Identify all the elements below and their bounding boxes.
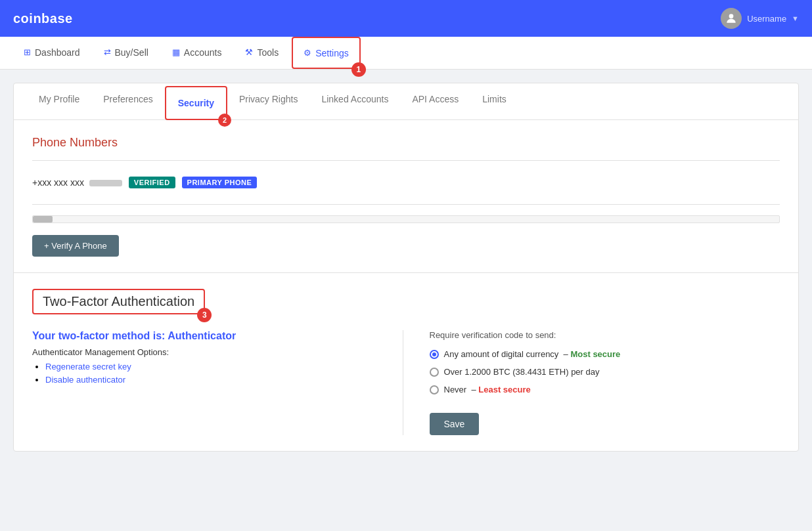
nav-buysell[interactable]: ⇄ Buy/Sell (93, 37, 159, 69)
logo: coinbase (13, 11, 73, 26)
main-content: My Profile Preferences Security 2 Privac… (0, 70, 812, 465)
radio-option-never: Never – Least secure (430, 385, 780, 394)
transfer-icon: ⇄ (104, 47, 111, 57)
radio-never-label: Never – Least secure (444, 385, 531, 394)
phone-section: Phone Numbers +xxx xxx xxx VERIFIED PRIM… (14, 120, 798, 272)
require-label: Require verification code to send: (430, 330, 780, 340)
phone-blur (89, 180, 122, 186)
tools-icon: ⚒ (245, 47, 253, 57)
twofa-right: Require verification code to send: Any a… (403, 330, 780, 435)
radio-option-over: Over 1.2000 BTC (38.4431 ETH) per day (430, 367, 780, 377)
least-secure-label: Least secure (478, 385, 531, 394)
username: Username (747, 14, 786, 24)
phone-row: +xxx xxx xxx VERIFIED PRIMARY PHONE (32, 171, 780, 194)
list-item: Disable authenticator (45, 374, 383, 385)
verified-badge: VERIFIED (129, 177, 175, 188)
radio-dot (432, 352, 436, 356)
tab-linked-accounts[interactable]: Linked Accounts (309, 83, 400, 120)
twofa-step-badge: 3 (197, 308, 212, 322)
nav-accounts[interactable]: ▦ Accounts (162, 37, 233, 69)
tab-preferences[interactable]: Preferences (91, 83, 164, 120)
primary-phone-badge: PRIMARY PHONE (182, 177, 258, 188)
radio-any-amount[interactable] (430, 350, 439, 359)
radio-over-amount[interactable] (430, 368, 439, 377)
grid-icon: ⊞ (24, 47, 31, 57)
scroll-thumb (33, 216, 53, 223)
save-button[interactable]: Save (430, 413, 480, 435)
twofa-method-title: Your two-factor method is: Authenticator (32, 330, 383, 342)
twofa-management-label: Authenticator Management Options: (32, 347, 383, 357)
divider-1 (32, 160, 780, 161)
tab-api-access[interactable]: API Access (400, 83, 470, 120)
disable-authenticator-link[interactable]: Disable authenticator (45, 375, 125, 385)
settings-step-badge: 1 (351, 62, 366, 77)
radio-never[interactable] (430, 385, 439, 394)
twofa-title-wrap: Two-Factor Authentication 3 (32, 289, 205, 314)
nav-dashboard[interactable]: ⊞ Dashboard (13, 37, 91, 69)
gear-icon: ⚙ (304, 48, 311, 58)
subnav: ⊞ Dashboard ⇄ Buy/Sell ▦ Accounts ⚒ Tool… (0, 37, 812, 70)
nav-tools[interactable]: ⚒ Tools (235, 37, 289, 69)
twofa-options-list: Regenerate secret key Disable authentica… (32, 361, 383, 385)
topbar: coinbase Username ▼ (0, 0, 812, 37)
list-item: Regenerate secret key (45, 361, 383, 372)
verify-phone-button[interactable]: + Verify A Phone (32, 235, 119, 257)
radio-any-label: Any amount of digital currency – Most se… (444, 349, 621, 359)
tab-limits[interactable]: Limits (470, 83, 518, 120)
chevron-down-icon: ▼ (792, 14, 799, 22)
phone-number: +xxx xxx xxx (32, 177, 122, 188)
svg-point-0 (729, 14, 734, 18)
tab-my-profile[interactable]: My Profile (27, 83, 91, 120)
twofa-columns: Your two-factor method is: Authenticator… (32, 330, 780, 435)
twofa-section: Two-Factor Authentication 3 Your two-fac… (14, 273, 798, 451)
wallet-icon: ▦ (172, 47, 180, 57)
phone-section-title: Phone Numbers (32, 136, 780, 150)
user-menu[interactable]: Username ▼ (721, 8, 799, 29)
security-tab-badge: 2 (218, 114, 231, 127)
scroll-area[interactable] (32, 215, 780, 223)
nav-settings[interactable]: ⚙ Settings 1 (292, 37, 361, 69)
tab-security[interactable]: Security 2 (165, 86, 227, 120)
twofa-title: Two-Factor Authentication (32, 289, 205, 314)
regenerate-key-link[interactable]: Regenerate secret key (45, 362, 131, 372)
avatar (721, 8, 742, 29)
radio-over-label: Over 1.2000 BTC (38.4431 ETH) per day (444, 367, 600, 377)
most-secure-label: Most secure (570, 349, 620, 359)
content-card: My Profile Preferences Security 2 Privac… (13, 83, 799, 452)
divider-2 (32, 204, 780, 205)
twofa-left: Your two-factor method is: Authenticator… (32, 330, 403, 435)
tab-privacy-rights[interactable]: Privacy Rights (227, 83, 309, 120)
radio-option-any: Any amount of digital currency – Most se… (430, 349, 780, 359)
tabs-bar: My Profile Preferences Security 2 Privac… (14, 83, 798, 120)
